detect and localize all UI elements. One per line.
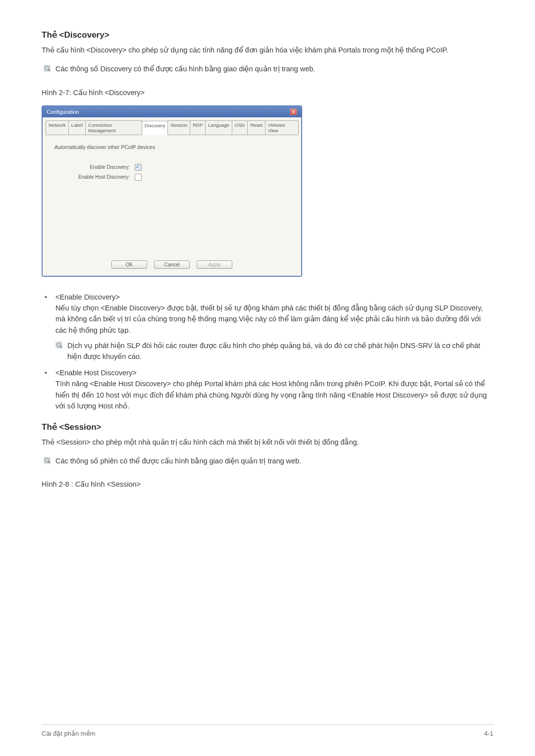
magnifier-icon — [55, 342, 62, 349]
note-discovery-text: Các thông số Discovery có thể được cấu h… — [55, 64, 493, 75]
close-icon[interactable]: x — [290, 108, 297, 115]
magnifier-icon — [44, 65, 51, 72]
nested-note-enable-discovery: Dịch vụ phát hiện SLP đòi hỏi các router… — [55, 341, 493, 362]
tab-discovery[interactable]: Discovery — [142, 121, 168, 135]
note-session-text: Các thông số phiên có thể được cấu hình … — [55, 456, 493, 467]
apply-button[interactable]: Apply — [197, 260, 232, 269]
item-head-enable-discovery: <Enable Discovery> — [55, 292, 493, 302]
label-enable-discovery: Enable Discovery: — [70, 164, 130, 170]
tab-vmware-view[interactable]: VMware View — [265, 120, 299, 135]
dialog-footer: OK Cancel Apply — [46, 257, 298, 273]
label-enable-host-discovery: Enable Host Discovery: — [70, 174, 130, 180]
checkbox-enable-host-discovery[interactable] — [135, 174, 142, 181]
dialog-instruction: Automatically discover other PCoIP devic… — [46, 144, 298, 150]
tab-label[interactable]: Label — [68, 120, 86, 135]
tab-session[interactable]: Session — [167, 120, 190, 135]
magnifier-icon — [44, 457, 51, 464]
note-session: Các thông số phiên có thể được cấu hình … — [44, 456, 493, 467]
tab-reset[interactable]: Reset — [247, 120, 266, 135]
heading-discovery: Thẻ <Discovery> — [42, 30, 493, 40]
figure-caption-session: Hình 2-8 : Cấu hình <Session> — [42, 480, 493, 488]
checkbox-enable-discovery[interactable] — [135, 164, 142, 171]
list-item: <Enable Discovery> Nếu tùy chọn <Enable … — [42, 292, 493, 362]
heading-session: Thẻ <Session> — [42, 422, 493, 432]
tab-connection-management[interactable]: Connection Management — [85, 120, 142, 135]
item-head-enable-host-discovery: <Enable Host Discovery> — [55, 367, 493, 378]
item-body-enable-discovery: Nếu tùy chọn <Enable Discovery> được bật… — [55, 302, 493, 336]
list-item: <Enable Host Discovery> Tính năng <Enabl… — [42, 367, 493, 412]
figure-caption-discovery: Hình 2-7: Cấu hình <Discovery> — [42, 89, 493, 97]
ok-button[interactable]: OK — [111, 260, 147, 269]
para-discovery: Thẻ cấu hình <Discovery> cho phép sử dụn… — [42, 45, 493, 56]
tab-rdp[interactable]: RDP — [190, 120, 206, 135]
footer-right: 4-1 — [484, 730, 493, 737]
tab-language[interactable]: Language — [205, 120, 232, 135]
cancel-button[interactable]: Cancel — [154, 260, 190, 269]
field-enable-host-discovery: Enable Host Discovery: — [70, 174, 298, 181]
dialog-fields: Enable Discovery: Enable Host Discovery: — [46, 164, 298, 181]
field-enable-discovery: Enable Discovery: — [70, 164, 298, 171]
footer-left: Cài đặt phần mềm — [42, 730, 96, 737]
para-session: Thẻ <Session> cho phép một nhà quản trị … — [42, 437, 493, 448]
item-body-enable-host-discovery: Tính năng <Enable Host Discovery> cho ph… — [55, 378, 493, 411]
dialog-title-text: Configuration — [47, 109, 79, 115]
tab-network[interactable]: Network — [46, 120, 69, 135]
dialog-body: Network Label Connection Management Disc… — [43, 117, 301, 276]
nested-note-text: Dịch vụ phát hiện SLP đòi hỏi các router… — [67, 341, 493, 362]
feature-list: <Enable Discovery> Nếu tùy chọn <Enable … — [42, 292, 493, 412]
tab-osd[interactable]: OSD — [232, 120, 248, 135]
page-footer: Cài đặt phần mềm 4-1 — [42, 724, 493, 737]
dialog-titlebar: Configuration x — [43, 106, 301, 117]
configuration-dialog: Configuration x Network Label Connection… — [42, 105, 302, 277]
note-discovery: Các thông số Discovery có thể được cấu h… — [44, 64, 493, 75]
tab-row: Network Label Connection Management Disc… — [46, 120, 298, 135]
